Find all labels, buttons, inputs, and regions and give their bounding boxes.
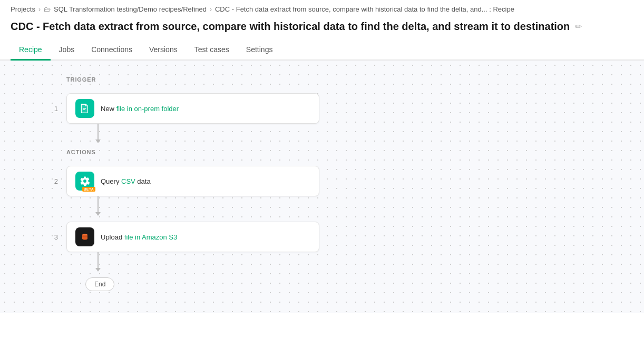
- recipe-flow: TRIGGER 1: [16, 76, 628, 291]
- end-node: End: [85, 277, 114, 291]
- step-card-1[interactable]: New file in on-prem folder: [66, 93, 319, 124]
- step-text-2: Query CSV data: [101, 177, 151, 185]
- edit-icon[interactable]: ✏: [575, 22, 582, 32]
- breadcrumb-current: CDC - Fetch data extract from source, co…: [215, 5, 514, 13]
- step-number-2: 2: [47, 177, 58, 185]
- tab-jobs[interactable]: Jobs: [51, 40, 83, 61]
- step-icon-2: BETA: [75, 172, 94, 191]
- step-number-1: 1: [47, 105, 58, 113]
- tab-test-cases[interactable]: Test cases: [186, 40, 238, 61]
- step-number-3: 3: [47, 233, 58, 241]
- gear-icon: [80, 176, 90, 186]
- connector-3: [47, 252, 98, 277]
- tab-versions[interactable]: Versions: [141, 40, 186, 61]
- trigger-section-label: TRIGGER: [66, 76, 96, 83]
- connector-2: [47, 196, 98, 222]
- step-text-1: New file in on-prem folder: [101, 105, 179, 113]
- breadcrumb-sep-2: ›: [210, 6, 212, 13]
- breadcrumb-folder-icon: 🗁: [44, 5, 51, 13]
- step-icon-1: [75, 99, 94, 118]
- beta-badge: BETA: [82, 187, 95, 192]
- step-text-3: Upload file in Amazon S3: [101, 233, 177, 241]
- step-row-3: 3 Upload file in Amazon S3: [47, 222, 319, 252]
- connector-1: [47, 124, 98, 149]
- recipe-canvas: TRIGGER 1: [0, 61, 644, 313]
- step-link-2[interactable]: CSV: [121, 177, 135, 185]
- breadcrumb: Projects › 🗁 SQL Transformation testing/…: [0, 0, 644, 18]
- file-icon: [80, 103, 90, 114]
- step-link-1[interactable]: file in on-prem folder: [116, 105, 179, 113]
- end-node-wrap: End: [47, 277, 114, 291]
- tab-connections[interactable]: Connections: [83, 40, 141, 61]
- tabs-nav: Recipe Jobs Connections Versions Test ca…: [0, 40, 644, 61]
- step-icon-3: [75, 227, 94, 246]
- tab-settings[interactable]: Settings: [238, 40, 281, 61]
- step-link-3[interactable]: file in Amazon S3: [124, 233, 177, 241]
- amazon-s3-icon: [80, 232, 90, 242]
- tab-recipe[interactable]: Recipe: [11, 40, 51, 61]
- step-row-2: 2 BETA Query CSV data: [47, 166, 319, 196]
- step-card-3[interactable]: Upload file in Amazon S3: [66, 222, 319, 252]
- step-row-1: 1 New fi: [47, 93, 319, 124]
- breadcrumb-sep-1: ›: [38, 6, 41, 13]
- page-title-row: CDC - Fetch data extract from source, co…: [0, 18, 644, 40]
- actions-section-label: ACTIONS: [66, 149, 96, 155]
- page-title: CDC - Fetch data extract from source, co…: [11, 21, 570, 33]
- breadcrumb-path[interactable]: SQL Transformation testing/Demo recipes/…: [54, 5, 207, 13]
- breadcrumb-projects[interactable]: Projects: [11, 5, 35, 13]
- step-card-2[interactable]: BETA Query CSV data: [66, 166, 319, 196]
